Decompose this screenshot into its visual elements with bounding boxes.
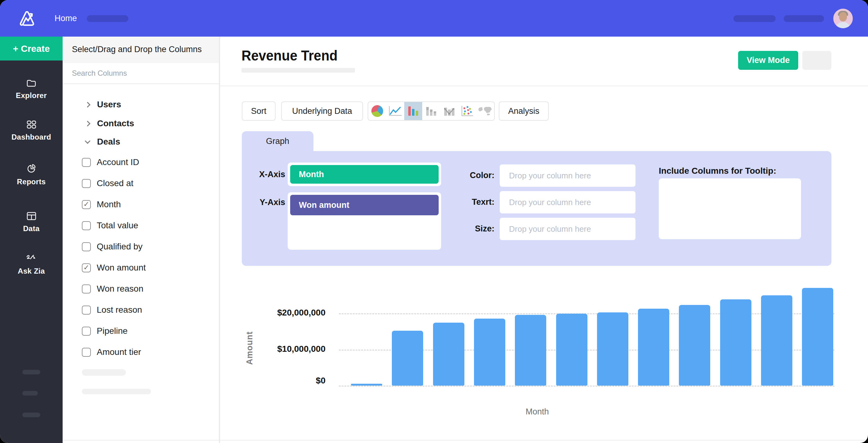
top-navbar: Home — [0, 0, 868, 37]
chart-bar[interactable] — [556, 314, 587, 386]
drop-row-label: Texrt: — [445, 197, 494, 207]
sidebar-item-data[interactable]: Data — [0, 212, 63, 233]
avatar-face — [839, 12, 847, 21]
column-field-row[interactable]: Total value — [63, 219, 219, 232]
table-icon — [27, 212, 36, 222]
zia-icon — [26, 255, 37, 264]
pie-chart-icon[interactable] — [368, 102, 386, 120]
column-field-row[interactable]: Pipeline — [63, 324, 219, 337]
view-mode-button[interactable]: View Mode — [738, 51, 798, 70]
nav-placeholder-pill — [734, 15, 776, 22]
chevron-right-icon[interactable] — [85, 121, 90, 126]
column-field-label: Amount tier — [97, 347, 141, 357]
checkbox-checked-icon[interactable]: ✓ — [82, 263, 91, 272]
column-field-row[interactable]: Qualified by — [63, 240, 219, 253]
line-chart-icon[interactable] — [386, 102, 404, 120]
drop-column-zone[interactable]: Drop your column here — [500, 218, 636, 240]
drop-column-zone[interactable]: Drop your column here — [500, 191, 636, 213]
user-avatar[interactable] — [833, 9, 853, 28]
bottom-divider — [63, 440, 868, 441]
x-axis-chip[interactable]: Month — [290, 165, 439, 184]
column-field-row[interactable]: Account ID — [63, 156, 219, 169]
graph-config-panel: X-Axis Month Y-Axis Won amount Color:Dro… — [242, 151, 831, 266]
map-chart-icon[interactable] — [476, 102, 494, 120]
avatar-shirt — [835, 22, 850, 28]
analytics-logo-icon — [18, 9, 36, 28]
dashboard-grid-icon — [27, 120, 36, 130]
column-field-row[interactable]: Lost reason — [63, 303, 219, 317]
header-divider — [220, 86, 868, 86]
column-field-label: Won reason — [97, 284, 143, 294]
column-field-label: Month — [97, 200, 121, 209]
search-columns-input[interactable] — [63, 63, 219, 84]
checkbox-unchecked-icon[interactable] — [82, 348, 91, 357]
y-axis-chip[interactable]: Won amount — [290, 195, 439, 215]
checkbox-unchecked-icon[interactable] — [82, 221, 91, 230]
nav-placeholder-pill — [784, 15, 824, 22]
scatter-plot-icon[interactable] — [458, 102, 476, 120]
table-node-label: Users — [97, 99, 121, 110]
create-button[interactable]: + Create — [0, 37, 63, 60]
chart-bar[interactable] — [515, 315, 546, 386]
tab-graph[interactable]: Graph — [242, 131, 313, 151]
bar-chart-icon[interactable] — [404, 102, 422, 120]
columns-panel-header: Select/Drag and Drop the Columns — [63, 37, 219, 63]
table-node-users[interactable]: Users — [63, 98, 219, 111]
chevron-down-icon[interactable] — [85, 138, 90, 144]
sidebar-item-explorer[interactable]: Explorer — [0, 79, 63, 100]
chart-bar[interactable] — [433, 323, 464, 386]
tooltip-columns-dropzone[interactable] — [659, 178, 801, 239]
chart-bar[interactable] — [720, 299, 751, 386]
chart-type-switcher — [368, 101, 495, 121]
nav-placeholder-pill — [87, 15, 128, 22]
underlying-data-button[interactable]: Underlying Data — [281, 101, 363, 121]
column-field-row[interactable]: ✓Month — [63, 198, 219, 211]
stacked-bar-icon[interactable] — [422, 102, 440, 120]
page-title: Revenue Trend — [242, 47, 338, 64]
table-node-contacts[interactable]: Contacts — [63, 117, 219, 130]
sidebar-placeholder — [22, 391, 38, 395]
sidebar-item-ask-zia[interactable]: Ask Zia — [0, 255, 63, 275]
chart-bar[interactable] — [351, 384, 382, 386]
checkbox-unchecked-icon[interactable] — [82, 158, 91, 167]
chart-bar[interactable] — [761, 295, 793, 386]
column-list-placeholder — [82, 369, 126, 376]
sidebar-item-reports[interactable]: Reports — [0, 164, 63, 186]
column-field-row[interactable]: Amount tier — [63, 346, 219, 359]
chart-bar[interactable] — [392, 331, 423, 386]
column-field-row[interactable]: ✓Won amount — [63, 261, 219, 274]
column-list-placeholder — [82, 389, 151, 394]
column-field-label: Qualified by — [97, 242, 143, 252]
drop-column-zone[interactable]: Drop your column here — [500, 165, 636, 187]
column-field-label: Closed at — [97, 178, 133, 188]
column-field-row[interactable]: Won reason — [63, 282, 219, 295]
checkbox-unchecked-icon[interactable] — [82, 305, 91, 315]
chart-bar[interactable] — [802, 288, 833, 386]
chart-bar[interactable] — [638, 309, 669, 386]
chart-bar[interactable] — [679, 305, 710, 386]
checkbox-unchecked-icon[interactable] — [82, 285, 91, 293]
analysis-button[interactable]: Analysis — [499, 101, 549, 121]
y-axis-label: Y-Axis — [248, 198, 285, 207]
sidebar-placeholder — [22, 413, 40, 417]
nav-item-home[interactable]: Home — [55, 0, 77, 37]
y-axis-title: Amount — [245, 323, 257, 373]
checkbox-checked-icon[interactable]: ✓ — [82, 200, 91, 209]
chevron-right-icon[interactable] — [85, 102, 90, 107]
combo-chart-icon[interactable] — [440, 102, 458, 120]
x-axis-label: X-Axis — [248, 170, 285, 179]
column-field-row[interactable]: Closed at — [63, 177, 219, 190]
sort-button[interactable]: Sort — [242, 101, 276, 121]
chart-bar[interactable] — [597, 313, 628, 386]
table-node-label: Contacts — [97, 119, 134, 128]
checkbox-unchecked-icon[interactable] — [82, 242, 91, 251]
table-node-deals[interactable]: Deals — [63, 135, 219, 149]
columns-panel: Select/Drag and Drop the Columns UsersCo… — [63, 37, 219, 443]
checkbox-unchecked-icon[interactable] — [82, 179, 91, 188]
sidebar-item-dashboard[interactable]: Dashboard — [0, 120, 63, 142]
chart-bar[interactable] — [474, 319, 505, 386]
checkbox-unchecked-icon[interactable] — [82, 327, 91, 336]
column-field-label: Won amount — [97, 263, 146, 273]
header-placeholder-button[interactable] — [802, 51, 831, 70]
folder-icon — [26, 79, 36, 88]
